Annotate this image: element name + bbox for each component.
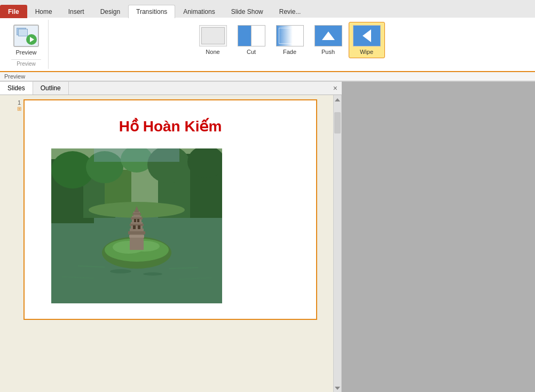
cut-btn-label: Cut [247,49,256,55]
transition-fade-button[interactable]: Fade [272,22,308,58]
slide-panel-scrollbar[interactable] [333,95,342,392]
right-content-area [342,82,535,392]
tab-review[interactable]: Revie... [271,5,309,18]
preview-btn-label: Preview [15,49,36,56]
slide-panel: Slides Outline × 1 ⊞ Hồ Hoàn Kiếm [0,82,342,392]
ribbon-group-preview: Preview Preview [4,20,49,69]
scrollbar-down-arrow[interactable] [335,387,340,390]
svg-point-32 [110,269,131,273]
push-icon [314,25,342,46]
slide-list-area: 1 ⊞ Hồ Hoàn Kiếm [0,95,342,392]
svg-rect-30 [134,219,136,222]
tab-slideshow[interactable]: Slide Show [223,5,271,18]
svg-rect-26 [132,213,141,215]
transition-wipe-button[interactable]: Wipe [349,22,385,58]
close-panel-button[interactable]: × [333,84,337,92]
none-icon [199,25,227,46]
slide-status-icon: ⊞ [17,106,21,112]
svg-rect-38 [94,148,179,162]
tab-animations[interactable]: Animations [175,5,223,18]
ribbon-content: Preview Preview None [0,18,535,72]
svg-rect-24 [131,217,143,219]
svg-point-33 [143,272,162,276]
slide-num-icon: 1 ⊞ [17,99,21,112]
tab-transitions[interactable]: Transitions [128,5,175,18]
fade-icon [276,25,304,46]
svg-rect-29 [138,225,140,229]
push-btn-label: Push [321,49,335,55]
svg-rect-31 [137,219,139,222]
fade-btn-label: Fade [283,49,296,55]
scrollbar-thumb[interactable] [334,112,341,134]
slide-title: Hồ Hoàn Kiếm [25,117,316,135]
slide-1-wrapper: 1 ⊞ Hồ Hoàn Kiếm [17,99,333,320]
lake-image [51,148,222,303]
tab-design[interactable]: Design [92,5,128,18]
svg-rect-22 [130,224,144,226]
transition-push-button[interactable]: Push [310,22,347,58]
slide-thumbnail-1[interactable]: Hồ Hoàn Kiếm [23,99,317,320]
preview-group-items: Preview [9,22,44,58]
ribbon-group-transitions: None Cut Fade [49,20,531,69]
svg-rect-21 [131,222,143,231]
preview-group-label: Preview [11,59,41,67]
scrollbar-up-arrow[interactable] [335,98,340,101]
wipe-btn-label: Wipe [360,49,373,55]
outline-tab[interactable]: Outline [33,82,69,95]
svg-rect-19 [128,231,145,234]
transition-none-button[interactable]: None [195,22,231,58]
svg-rect-28 [133,225,136,229]
slides-tab[interactable]: Slides [0,82,33,95]
svg-rect-20 [129,235,144,238]
slide-panel-tabs: Slides Outline × [0,82,342,95]
preview-button[interactable]: Preview [9,22,44,58]
preview-icon [13,25,39,47]
tab-file[interactable]: File [0,5,27,18]
preview-play-icon [26,34,37,45]
tab-home[interactable]: Home [27,5,60,18]
none-btn-label: None [206,49,219,55]
slide-thumbnails[interactable]: 1 ⊞ Hồ Hoàn Kiếm [0,95,333,392]
ribbon-tab-bar: File Home Insert Design Transitions Anim… [0,0,535,18]
slide-number: 1 [18,99,21,106]
below-ribbon-label: Preview [0,72,535,81]
transition-cut-button[interactable]: Cut [233,22,270,58]
tab-insert[interactable]: Insert [60,5,92,18]
lake-svg [51,148,222,303]
main-area: Slides Outline × 1 ⊞ Hồ Hoàn Kiếm [0,82,535,392]
transitions-group-items: None Cut Fade [195,22,385,67]
cut-icon [238,25,265,46]
wipe-icon [353,25,381,46]
